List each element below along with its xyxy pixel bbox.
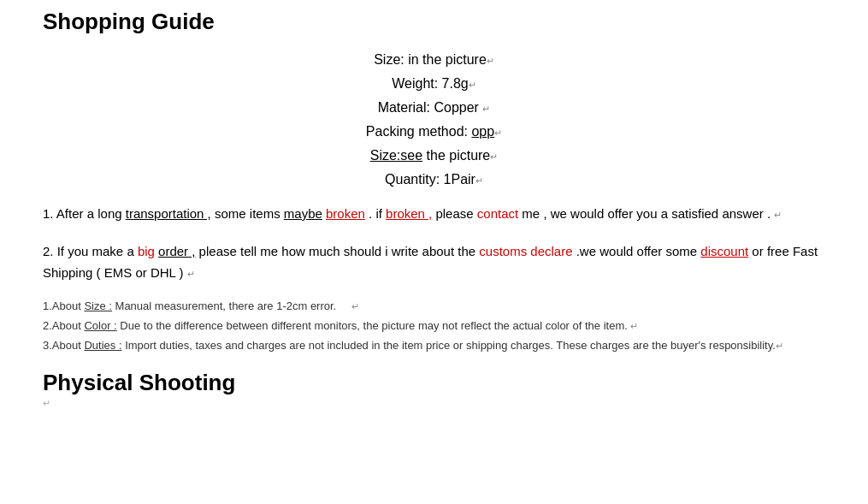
note-color: 2.About Color : Due to the difference be… <box>43 316 825 335</box>
spec-size: Size: in the picture↵ <box>43 52 825 68</box>
paragraph-2: 2. If you make a big order , please tell… <box>43 240 825 284</box>
paragraph-1: 1. After a long transportation , some it… <box>43 203 825 225</box>
spec-size-see: Size:see the picture↵ <box>43 148 825 163</box>
note-color-label: Color : <box>84 319 116 332</box>
customs-declare-text: customs declare <box>479 244 572 258</box>
spec-packing: Packing method: opp↵ <box>43 124 825 139</box>
order-link: order , <box>158 244 195 258</box>
transportation-link: transportation , <box>126 206 211 221</box>
note-size-label: Size : <box>84 299 112 312</box>
broken2-link: broken , <box>386 206 432 221</box>
contact-link: contact <box>477 206 518 221</box>
note-size: 1.About Size : Manual measurement, there… <box>43 296 825 316</box>
size-see-underline: Size:see <box>370 148 422 163</box>
packing-opp: opp <box>471 124 494 139</box>
discount-link: discount <box>700 244 748 258</box>
note-duties-label: Duties : <box>84 339 121 352</box>
note-duties: 3.About Duties : Import duties, taxes an… <box>43 335 825 355</box>
shopping-guide-title: Shopping Guide <box>43 9 825 35</box>
maybe-link: maybe <box>284 206 322 221</box>
notes-block: 1.About Size : Manual measurement, there… <box>43 296 825 356</box>
spec-weight: Weight: 7.8g↵ <box>43 76 825 92</box>
return-char: ↵ <box>43 398 825 409</box>
physical-shooting-title: Physical Shooting <box>43 370 825 396</box>
broken1-link: broken <box>326 206 365 221</box>
spec-material: Material: Copper ↵ <box>43 100 825 116</box>
spec-quantity: Quantity: 1Pair↵ <box>43 172 825 187</box>
big-text: big <box>138 244 155 258</box>
